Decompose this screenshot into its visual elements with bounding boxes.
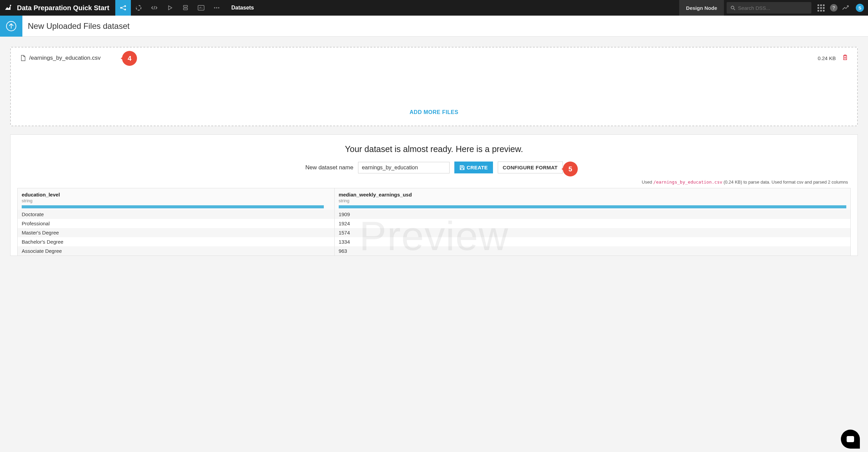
help-icon[interactable]: ? xyxy=(830,4,837,12)
tab-datasets[interactable]: Datasets xyxy=(224,0,261,16)
table-cell: Bachelor's Degree xyxy=(18,237,335,246)
configure-format-button[interactable]: CONFIGURE FORMAT xyxy=(498,162,563,173)
file-dropzone[interactable]: /earnings_by_education.csv 4 0.24 KB ADD… xyxy=(10,47,858,126)
page-title: New Uploaded Files dataset xyxy=(22,21,130,31)
table-cell: 1574 xyxy=(334,228,850,237)
page-subheader: New Uploaded Files dataset xyxy=(0,16,868,37)
table-row: Doctorate1909 xyxy=(18,210,851,219)
svg-rect-3 xyxy=(183,5,188,7)
table-row: Associate Degree963 xyxy=(18,246,851,256)
code-icon[interactable] xyxy=(146,0,162,16)
table-cell: 1909 xyxy=(334,210,850,219)
dataset-name-label: New dataset name xyxy=(305,164,353,171)
table-row: Master's Degree1574 xyxy=(18,228,851,237)
preview-section: Your dataset is almost ready. Here is a … xyxy=(10,134,858,256)
save-icon xyxy=(459,165,465,170)
apps-menu-icon[interactable] xyxy=(817,4,825,12)
column-header[interactable]: education_levelstring xyxy=(18,188,335,210)
global-search[interactable] xyxy=(727,2,811,14)
file-icon xyxy=(20,55,26,61)
table-cell: Doctorate xyxy=(18,210,335,219)
dashboard-icon[interactable] xyxy=(193,0,209,16)
user-avatar[interactable]: S xyxy=(856,4,864,12)
svg-point-0 xyxy=(120,7,122,9)
svg-point-2 xyxy=(124,9,126,11)
table-cell: 1924 xyxy=(334,219,850,228)
column-header[interactable]: median_weekly_earnings_usdstring xyxy=(334,188,850,210)
svg-point-1 xyxy=(124,5,126,7)
table-row: Bachelor's Degree1334 xyxy=(18,237,851,246)
parse-info: Used /earnings_by_education.csv (0.24 KB… xyxy=(11,173,857,188)
more-icon[interactable] xyxy=(209,0,224,16)
design-node-label[interactable]: Design Node xyxy=(679,0,724,16)
stack-icon[interactable] xyxy=(178,0,193,16)
search-input[interactable] xyxy=(738,5,807,11)
project-name[interactable]: Data Preparation Quick Start xyxy=(16,4,115,12)
circle-icon[interactable] xyxy=(131,0,146,16)
svg-point-6 xyxy=(214,7,216,8)
play-icon[interactable] xyxy=(162,0,178,16)
svg-point-8 xyxy=(218,7,220,8)
callout-5: 5 xyxy=(563,162,578,176)
create-button-label: CREATE xyxy=(467,165,488,170)
svg-rect-5 xyxy=(198,5,204,10)
app-logo-icon[interactable] xyxy=(0,4,16,12)
svg-point-7 xyxy=(216,7,218,8)
callout-4: 4 xyxy=(122,51,137,66)
search-icon xyxy=(731,5,735,11)
svg-point-9 xyxy=(731,6,734,9)
file-size: 0.24 KB xyxy=(818,55,836,61)
upload-icon xyxy=(0,16,22,37)
top-navbar: Data Preparation Quick Start Datasets De… xyxy=(0,0,868,16)
delete-file-icon[interactable] xyxy=(843,54,848,62)
table-cell: Professional xyxy=(18,219,335,228)
flow-icon[interactable] xyxy=(115,0,131,16)
table-cell: Master's Degree xyxy=(18,228,335,237)
table-cell: 963 xyxy=(334,246,850,256)
table-row: Professional1924 xyxy=(18,219,851,228)
table-cell: Associate Degree xyxy=(18,246,335,256)
dataset-name-input[interactable] xyxy=(358,162,450,173)
table-cell: 1334 xyxy=(334,237,850,246)
file-name: /earnings_by_education.csv xyxy=(29,55,101,61)
trend-icon[interactable] xyxy=(840,0,852,16)
preview-table: education_levelstringmedian_weekly_earni… xyxy=(17,188,851,256)
uploaded-file-row: /earnings_by_education.csv 4 0.24 KB xyxy=(20,54,848,62)
create-button[interactable]: CREATE xyxy=(454,162,493,173)
svg-rect-4 xyxy=(183,8,188,10)
preview-heading: Your dataset is almost ready. Here is a … xyxy=(11,144,857,154)
add-more-files-button[interactable]: ADD MORE FILES xyxy=(20,109,848,115)
